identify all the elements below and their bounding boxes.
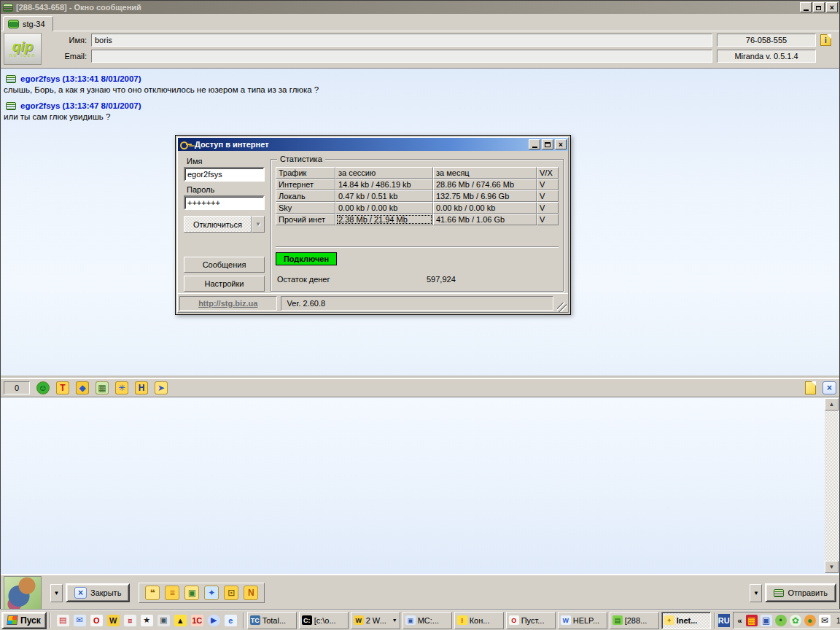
stats-cell-name[interactable]: Интернет [276, 179, 335, 190]
login-input[interactable]: egor2fsys [184, 167, 265, 182]
compose-toolbar-button[interactable]: ✳ [115, 381, 128, 394]
close-dropdown-button[interactable]: ▼ [50, 584, 63, 602]
tab-stg-34[interactable]: stg-34 [3, 16, 53, 31]
name-value: boris [95, 36, 112, 44]
quick-launch-icon[interactable]: e [225, 615, 237, 626]
tray-icon[interactable]: • [775, 615, 787, 626]
quick-action-button[interactable]: ✦ [204, 586, 219, 600]
quick-launch-icon[interactable]: ✉ [74, 615, 86, 626]
scroll-down-button[interactable]: ▼ [825, 561, 839, 573]
close-button[interactable]: × [826, 2, 838, 12]
language-indicator[interactable]: RU [718, 614, 730, 627]
stats-cell-flag[interactable]: V [537, 214, 559, 225]
settings-button[interactable]: Настройки [184, 276, 265, 292]
quick-launch-icon[interactable]: 1С [191, 615, 203, 626]
compose-toolbar-button[interactable]: H [135, 381, 148, 394]
compose-toolbar-button[interactable]: ▦ [96, 381, 109, 394]
resize-grip[interactable] [557, 303, 567, 312]
quick-launch-icon[interactable]: ▲ [174, 615, 187, 626]
taskbar-window-button[interactable]: TC Total... ▼ [247, 612, 297, 629]
send-dropdown-button[interactable]: ▼ [750, 584, 762, 602]
stats-cell-session[interactable]: 0.00 kb / 0.00 kb [335, 202, 433, 214]
compose-toolbar-button[interactable]: ➤ [155, 381, 168, 394]
quick-launch-icon[interactable]: ★ [141, 615, 153, 626]
stats-cell-flag[interactable]: V [537, 190, 559, 202]
disconnect-dropdown[interactable]: ▼ [252, 216, 265, 233]
stats-cell-session[interactable]: 0.47 kb / 0.51 kb [335, 190, 433, 202]
uin-field[interactable]: 76-058-555 [717, 34, 816, 47]
stats-header-cell[interactable]: V/X [537, 167, 559, 179]
taskbar-window-button[interactable]: ▣ MC:... ▼ [402, 612, 452, 629]
quick-action-button[interactable]: ▣ [184, 586, 199, 600]
scroll-up-button[interactable]: ▲ [825, 398, 839, 411]
stats-cell-month[interactable]: 0.00 kb / 0.00 kb [433, 202, 537, 214]
quick-launch-icon[interactable]: ▤ [57, 615, 69, 626]
stats-header-label: за месяц [436, 168, 470, 177]
name-field[interactable]: boris [91, 34, 712, 47]
stats-header-cell[interactable]: за сессию [335, 167, 433, 179]
stats-cell-month[interactable]: 28.86 Mb / 674.66 Mb [433, 179, 537, 190]
restore-button[interactable] [813, 2, 825, 12]
messages-button[interactable]: Сообщения [184, 257, 265, 273]
taskbar-window-button[interactable]: ! Кон... ▼ [454, 612, 504, 629]
tray-icon[interactable]: ✿ [790, 615, 801, 626]
scroll-track[interactable] [825, 411, 839, 561]
dialog-titlebar[interactable]: Доступ в интернет × [178, 138, 568, 151]
quick-launch-icon[interactable]: ▣ [158, 615, 170, 626]
stats-cell-session[interactable]: 14.84 kb / 486.19 kb [335, 179, 433, 190]
disconnect-button[interactable]: Отключиться [184, 216, 252, 233]
close-compose-icon[interactable]: × [822, 381, 836, 394]
compose-toolbar-button[interactable]: ☺ [36, 381, 50, 394]
stats-cell-month[interactable]: 41.66 Mb / 1.06 Gb [433, 214, 537, 225]
send-button[interactable]: Отправить [765, 583, 836, 602]
compose-toolbar-button[interactable]: T [56, 381, 69, 394]
compose-input[interactable]: ▲ ▼ [1, 397, 839, 574]
quick-launch-icon[interactable]: O [90, 615, 103, 626]
start-button[interactable]: Пуск [1, 612, 47, 629]
stats-cell-name[interactable]: Локаль [276, 190, 335, 202]
taskbar-window-button[interactable]: ▤ [288... ▼ [610, 612, 659, 629]
stats-cell-flag[interactable]: V [537, 202, 559, 214]
stats-session: 2.38 Mb / 21.94 Mb [338, 215, 408, 224]
dialog-minimize-button[interactable] [529, 139, 540, 149]
email-field[interactable] [91, 50, 712, 63]
quick-action-button[interactable]: ⊡ [224, 586, 238, 600]
password-input[interactable]: +++++++ [184, 195, 265, 210]
tray-icon[interactable]: ● [804, 615, 816, 626]
user-avatar [4, 576, 42, 610]
taskbar-window-button[interactable]: W 2 W... ▼ [351, 612, 400, 629]
window-titlebar[interactable]: [288-543-658] - Окно сообщений × [1, 1, 839, 14]
quick-action-button[interactable]: N [244, 586, 258, 600]
info-icon[interactable]: i [820, 34, 831, 46]
taskbar-window-button[interactable]: W HELP... ▼ [558, 612, 607, 629]
tray-icon[interactable]: ▦ [746, 615, 758, 626]
tray-icon[interactable]: ✉ [819, 615, 831, 626]
stats-flag: V [540, 215, 545, 224]
close-chat-button[interactable]: × Закрыть [66, 583, 130, 602]
stats-header-cell[interactable]: Трафик [276, 167, 335, 179]
stats-cell-session[interactable]: 2.38 Mb / 21.94 Mb [335, 214, 433, 225]
dialog-close-button[interactable]: × [555, 139, 567, 149]
taskbar-window-button[interactable]: ✦ Inet... ▼ [661, 612, 711, 629]
quick-launch-icon[interactable]: ¤ [124, 615, 136, 626]
compose-toolbar-button[interactable]: ◆ [76, 381, 89, 394]
taskbar-window-button[interactable]: C: [c:\o... ▼ [299, 612, 349, 629]
stats-cell-name[interactable]: Sky [276, 202, 335, 214]
compose-scrollbar[interactable]: ▲ ▼ [825, 398, 839, 573]
stats-cell-name[interactable]: Прочий инет [276, 214, 335, 225]
tray-expand-button[interactable]: « [738, 616, 742, 625]
quick-launch-icon[interactable]: ▶ [208, 615, 220, 626]
new-page-icon[interactable] [805, 381, 816, 394]
minimize-button[interactable] [800, 2, 812, 12]
quick-action-button[interactable]: ≡ [165, 586, 179, 600]
app-icon [3, 4, 13, 12]
stats-cell-month[interactable]: 132.75 Mb / 6.96 Gb [433, 190, 537, 202]
taskbar-window-button[interactable]: O Пуст... ▼ [506, 612, 556, 629]
quick-launch-icon[interactable]: W [107, 615, 120, 626]
tray-icon[interactable]: ▣ [761, 615, 772, 626]
stats-cell-flag[interactable]: V [537, 179, 559, 190]
stats-header-cell[interactable]: за месяц [433, 167, 537, 179]
site-link[interactable]: http://stg.biz.ua [198, 299, 257, 308]
quick-action-button[interactable]: ❝ [145, 586, 160, 600]
dialog-maximize-button[interactable] [542, 139, 553, 149]
